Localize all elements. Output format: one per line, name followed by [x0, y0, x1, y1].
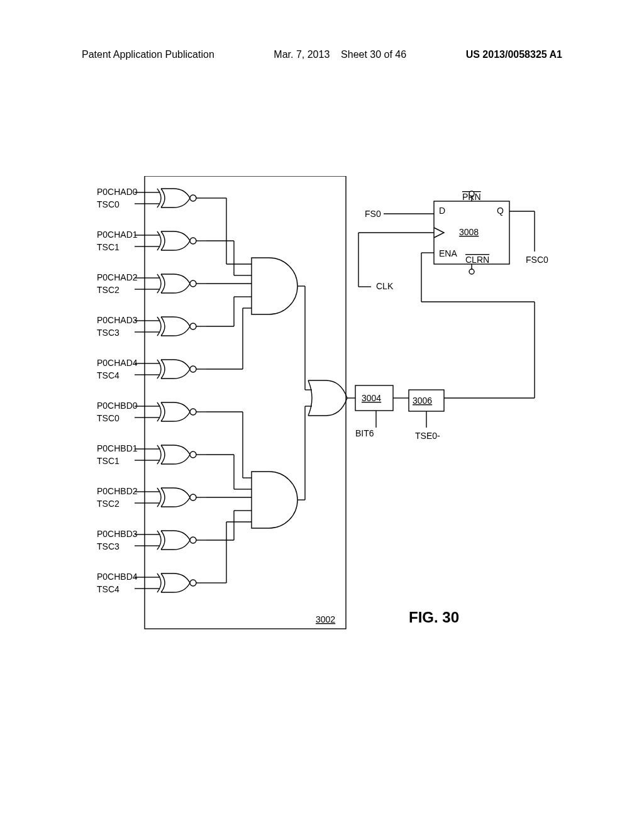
dff-ena: ENA [439, 248, 457, 258]
in-5-top: P0CHBD0 [97, 401, 138, 411]
in-1-top: P0CHAD1 [97, 230, 138, 240]
in-6-bot: TSC1 [97, 456, 119, 466]
in-7-bot: TSC2 [97, 499, 119, 509]
dff-d: D [439, 206, 445, 216]
fs0-label: FS0 [365, 209, 381, 219]
in-8-bot: TSC3 [97, 541, 119, 551]
dff-3008: D PRN Q ENA CLRN 3008 [434, 191, 509, 274]
clk-label: CLK [376, 281, 394, 291]
block-ref-3002: 3002 [316, 614, 335, 624]
in-1-bot: TSC1 [97, 242, 119, 252]
in-9-bot: TSC4 [97, 584, 119, 594]
in-8-top: P0CHBD3 [97, 529, 138, 539]
in-4-top: P0CHAD4 [97, 358, 138, 368]
bit6-label: BIT6 [355, 428, 374, 438]
xnor-array: P0CHAD0 TSC0 P0CHAD1 TSC1 P0CHAD2 TSC2 P… [97, 187, 206, 594]
pub-number: US 2013/0058325 A1 [466, 49, 562, 60]
in-5-bot: TSC0 [97, 413, 119, 423]
or-3004-area: 3004 [355, 385, 393, 411]
in-9-top: P0CHBD4 [97, 572, 138, 582]
and-top [252, 258, 297, 314]
and-bottom [252, 472, 297, 528]
in-7-top: P0CHBD2 [97, 486, 138, 496]
doc-type: Patent Application Publication [82, 49, 214, 60]
dff-clrn: CLRN [465, 255, 489, 265]
block-ref-3004: 3004 [362, 393, 381, 403]
or-combine [308, 380, 347, 416]
fsc0-label: FSC0 [526, 255, 548, 265]
in-3-bot: TSC3 [97, 328, 119, 338]
doc-date-sheet: Mar. 7, 2013 Sheet 30 of 46 [274, 49, 406, 60]
in-0-top: P0CHAD0 [97, 187, 138, 197]
inv-3006-area: 3006 [409, 390, 444, 411]
wires-top [206, 198, 297, 583]
block-ref-3006: 3006 [413, 396, 432, 406]
page-header: Patent Application Publication Mar. 7, 2… [82, 49, 562, 60]
in-2-top: P0CHAD2 [97, 272, 138, 282]
svg-point-68 [469, 269, 474, 274]
svg-point-66 [469, 191, 474, 196]
figure-caption: FIG. 30 [409, 609, 459, 626]
in-0-bot: TSC0 [97, 199, 119, 209]
in-6-top: P0CHBD1 [97, 443, 138, 453]
tse0-label: TSE0- [415, 431, 440, 441]
dff-q: Q [497, 206, 504, 216]
in-4-bot: TSC4 [97, 370, 119, 380]
figure-area: P0CHAD0 TSC0 P0CHAD1 TSC1 P0CHAD2 TSC2 P… [94, 176, 560, 654]
block-ref-3008: 3008 [459, 227, 479, 237]
in-2-bot: TSC2 [97, 285, 119, 295]
in-3-top: P0CHAD3 [97, 315, 138, 325]
